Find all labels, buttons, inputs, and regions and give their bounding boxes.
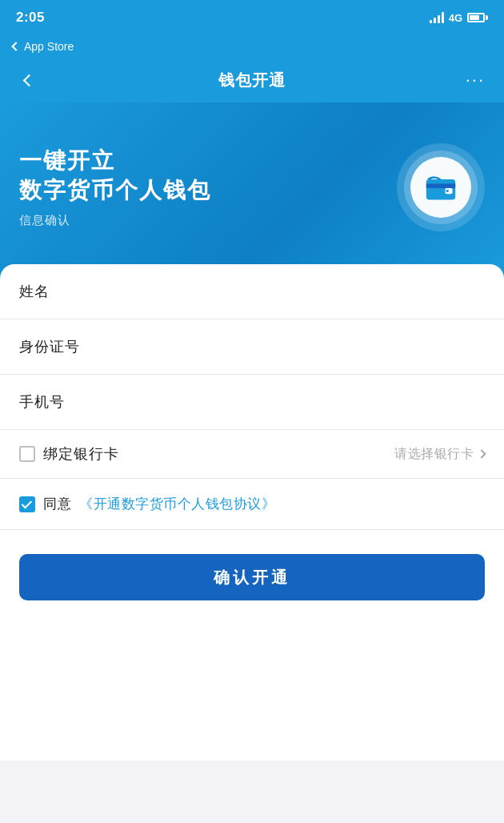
bank-row[interactable]: 绑定银行卡 请选择银行卡 bbox=[0, 430, 504, 479]
appstore-back-button[interactable]: App Store bbox=[13, 40, 74, 53]
checkmark-icon bbox=[22, 498, 32, 508]
id-input[interactable] bbox=[90, 339, 485, 355]
agree-text: 同意 bbox=[43, 495, 71, 513]
signal-icon bbox=[430, 12, 444, 23]
phone-input[interactable] bbox=[74, 394, 485, 410]
appstore-label: App Store bbox=[24, 40, 74, 53]
bank-checkbox[interactable] bbox=[19, 446, 35, 462]
wallet-icon bbox=[410, 157, 471, 218]
hero-subtitle: 信息确认 bbox=[19, 213, 397, 228]
chevron-right-icon bbox=[477, 449, 486, 458]
status-icons: 4G bbox=[430, 12, 488, 24]
wallet-svg bbox=[425, 173, 457, 202]
agreement-row[interactable]: 同意 《开通数字货币个人钱包协议》 bbox=[0, 479, 504, 530]
battery-icon bbox=[467, 13, 488, 22]
hero-title-line2: 数字货币个人钱包 bbox=[19, 176, 397, 205]
bank-select-button[interactable]: 请选择银行卡 bbox=[394, 446, 485, 463]
page-title: 钱包开通 bbox=[218, 70, 286, 91]
agreement-link[interactable]: 《开通数字货币个人钱包协议》 bbox=[79, 495, 275, 513]
appstore-bar[interactable]: App Store bbox=[0, 35, 504, 58]
phone-label: 手机号 bbox=[19, 392, 65, 412]
back-button[interactable] bbox=[16, 67, 42, 93]
name-label: 姓名 bbox=[19, 282, 50, 301]
id-field[interactable]: 身份证号 bbox=[0, 319, 504, 375]
id-label: 身份证号 bbox=[19, 337, 80, 356]
svg-rect-1 bbox=[426, 183, 455, 187]
bank-label: 绑定银行卡 bbox=[43, 444, 119, 464]
svg-point-3 bbox=[446, 190, 449, 193]
hero-banner: 一键开立 数字货币个人钱包 信息确认 bbox=[0, 102, 504, 279]
bank-left: 绑定银行卡 bbox=[19, 444, 119, 464]
nav-bar: 钱包开通 ··· bbox=[0, 58, 504, 102]
confirm-btn-wrap: 确认开通 bbox=[0, 530, 504, 632]
network-type: 4G bbox=[449, 12, 462, 24]
agreement-checkbox[interactable] bbox=[19, 496, 35, 512]
appstore-back-icon bbox=[11, 42, 20, 50]
hero-text: 一键开立 数字货币个人钱包 信息确认 bbox=[19, 147, 397, 228]
name-field[interactable]: 姓名 bbox=[0, 264, 504, 319]
hero-title-line1: 一键开立 bbox=[19, 147, 397, 175]
name-input[interactable] bbox=[59, 283, 485, 299]
wallet-icon-wrap bbox=[397, 143, 485, 231]
back-icon bbox=[22, 74, 35, 86]
bank-placeholder: 请选择银行卡 bbox=[394, 446, 474, 463]
more-button[interactable]: ··· bbox=[462, 68, 488, 92]
form-card: 姓名 身份证号 手机号 绑定银行卡 请选择银行卡 同意 《开通数字货币个人钱包协… bbox=[0, 264, 504, 761]
confirm-button[interactable]: 确认开通 bbox=[19, 554, 485, 600]
status-time: 2:05 bbox=[16, 10, 45, 26]
phone-field[interactable]: 手机号 bbox=[0, 375, 504, 430]
status-bar: 2:05 4G bbox=[0, 0, 504, 35]
